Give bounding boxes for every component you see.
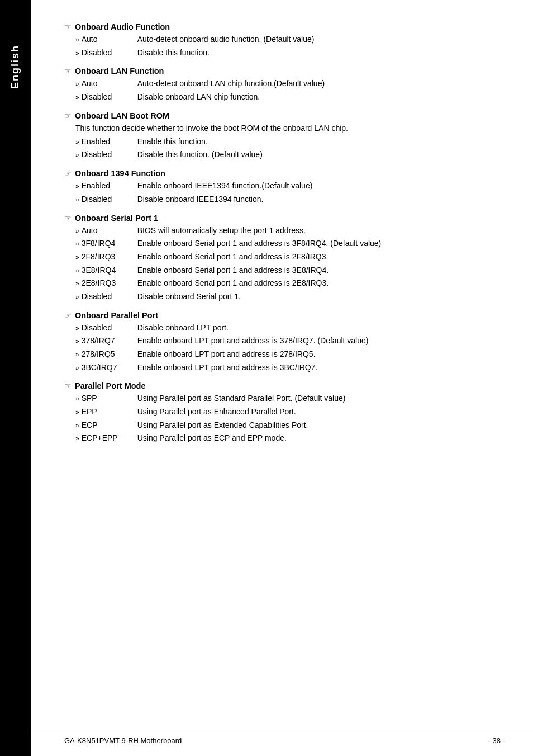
option-row-onboard-parallel-port-0: »DisabledDisable onboard LPT port. — [75, 322, 505, 334]
option-bullet-icon: » — [75, 239, 79, 249]
option-val-onboard-parallel-port-2: Enable onboard LPT port and address is 2… — [137, 348, 316, 361]
option-row-onboard-parallel-port-2: »278/IRQ5Enable onboard LPT port and add… — [75, 348, 505, 361]
option-bullet-icon: » — [75, 349, 79, 360]
option-bullet-icon: » — [75, 48, 79, 59]
option-bullet-icon: » — [75, 278, 79, 289]
footer-left: GA-K8N51PVMT-9-RH Motherboard — [64, 736, 182, 745]
option-row-onboard-lan-function-1: »DisabledDisable onboard LAN chip functi… — [75, 91, 505, 103]
option-val-onboard-serial-port-1-0: BIOS will automatically setup the port 1… — [137, 225, 306, 237]
option-bullet-icon: » — [75, 195, 79, 205]
section-onboard-lan-function: ☞Onboard LAN Function»AutoAuto-detect on… — [64, 67, 505, 103]
option-bullet-icon: » — [75, 323, 79, 334]
option-val-onboard-audio-function-0: Auto-detect onboard audio function. (Def… — [137, 34, 315, 46]
section-cursor-icon: ☞ — [64, 67, 72, 75]
option-key-onboard-serial-port-1-2: 2F8/IRQ3 — [82, 251, 137, 263]
option-key-parallel-port-mode-0: SPP — [82, 393, 137, 405]
option-bullet-icon: » — [75, 420, 79, 431]
option-val-parallel-port-mode-0: Using Parallel port as Standard Parallel… — [137, 393, 346, 405]
option-key-onboard-serial-port-1-0: Auto — [82, 225, 137, 237]
option-row-onboard-lan-function-0: »AutoAuto-detect onboard LAN chip functi… — [75, 78, 505, 90]
section-heading-onboard-lan-boot-rom: ☞Onboard LAN Boot ROM — [64, 111, 505, 120]
option-val-onboard-parallel-port-0: Disable onboard LPT port. — [137, 322, 229, 334]
option-key-onboard-lan-function-0: Auto — [82, 78, 137, 90]
option-row-onboard-parallel-port-1: »378/IRQ7Enable onboard LPT port and add… — [75, 335, 505, 347]
option-val-onboard-parallel-port-1: Enable onboard LPT port and address is 3… — [137, 335, 369, 347]
option-val-onboard-1394-function-1: Disable onboard IEEE1394 function. — [137, 193, 264, 206]
section-title-onboard-lan-function: Onboard LAN Function — [75, 67, 164, 75]
option-bullet-icon: » — [75, 226, 79, 237]
option-row-onboard-parallel-port-3: »3BC/IRQ7Enable onboard LPT port and add… — [75, 362, 505, 374]
sidebar-label: English — [9, 45, 21, 89]
option-val-onboard-serial-port-1-3: Enable onboard Serial port 1 and address… — [137, 264, 329, 277]
option-bullet-icon: » — [75, 150, 79, 160]
option-bullet-icon: » — [75, 394, 79, 404]
option-row-parallel-port-mode-3: »ECP+EPPUsing Parallel port as ECP and E… — [75, 432, 505, 445]
option-bullet-icon: » — [75, 252, 79, 263]
option-row-onboard-audio-function-0: »AutoAuto-detect onboard audio function.… — [75, 34, 505, 46]
option-key-onboard-serial-port-1-5: Disabled — [82, 291, 137, 303]
section-onboard-lan-boot-rom: ☞Onboard LAN Boot ROMThis function decid… — [64, 111, 505, 161]
option-key-onboard-serial-port-1-4: 2E8/IRQ3 — [82, 277, 137, 290]
option-key-onboard-serial-port-1-1: 3F8/IRQ4 — [82, 238, 137, 250]
footer-right: - 38 - — [488, 736, 505, 745]
option-key-onboard-lan-function-1: Disabled — [82, 91, 137, 103]
option-row-onboard-1394-function-1: »DisabledDisable onboard IEEE1394 functi… — [75, 193, 505, 206]
section-onboard-audio-function: ☞Onboard Audio Function»AutoAuto-detect … — [64, 22, 505, 59]
section-heading-onboard-parallel-port: ☞Onboard Parallel Port — [64, 311, 505, 320]
section-title-onboard-lan-boot-rom: Onboard LAN Boot ROM — [75, 111, 169, 120]
section-heading-parallel-port-mode: ☞Parallel Port Mode — [64, 381, 505, 390]
section-heading-onboard-audio-function: ☞Onboard Audio Function — [64, 22, 505, 31]
option-bullet-icon: » — [75, 137, 79, 148]
option-key-onboard-parallel-port-2: 278/IRQ5 — [82, 348, 137, 361]
option-bullet-icon: » — [75, 407, 79, 418]
option-val-onboard-lan-boot-rom-0: Enable this function. — [137, 136, 208, 148]
section-cursor-icon: ☞ — [64, 311, 72, 320]
option-bullet-icon: » — [75, 266, 79, 276]
option-key-parallel-port-mode-3: ECP+EPP — [82, 432, 137, 445]
option-row-onboard-serial-port-1-0: »AutoBIOS will automatically setup the p… — [75, 225, 505, 237]
option-val-onboard-audio-function-1: Disable this function. — [137, 47, 210, 59]
option-key-parallel-port-mode-2: ECP — [82, 419, 137, 432]
section-onboard-1394-function: ☞Onboard 1394 Function»EnabledEnable onb… — [64, 169, 505, 205]
option-key-onboard-1394-function-1: Disabled — [82, 193, 137, 206]
option-bullet-icon: » — [75, 35, 79, 45]
option-row-onboard-1394-function-0: »EnabledEnable onboard IEEE1394 function… — [75, 180, 505, 192]
option-bullet-icon: » — [75, 79, 79, 89]
option-row-onboard-serial-port-1-3: »3E8/IRQ4Enable onboard Serial port 1 an… — [75, 264, 505, 277]
option-val-onboard-lan-function-0: Auto-detect onboard LAN chip function.(D… — [137, 78, 325, 90]
option-row-parallel-port-mode-1: »EPPUsing Parallel port as Enhanced Para… — [75, 406, 505, 418]
option-row-onboard-serial-port-1-5: »DisabledDisable onboard Serial port 1. — [75, 291, 505, 303]
option-bullet-icon: » — [75, 363, 79, 374]
sidebar: English — [0, 0, 31, 756]
option-key-onboard-lan-boot-rom-0: Enabled — [82, 136, 137, 148]
section-cursor-icon: ☞ — [64, 111, 72, 120]
option-val-onboard-serial-port-1-4: Enable onboard Serial port 1 and address… — [137, 277, 329, 290]
option-val-onboard-serial-port-1-1: Enable onboard Serial port 1 and address… — [137, 238, 382, 250]
option-val-parallel-port-mode-1: Using Parallel port as Enhanced Parallel… — [137, 406, 296, 418]
footer: GA-K8N51PVMT-9-RH Motherboard - 38 - — [31, 733, 533, 745]
option-bullet-icon: » — [75, 433, 79, 444]
section-cursor-icon: ☞ — [64, 381, 72, 390]
section-heading-onboard-lan-function: ☞Onboard LAN Function — [64, 67, 505, 75]
option-key-onboard-parallel-port-3: 3BC/IRQ7 — [82, 362, 137, 374]
section-onboard-serial-port-1: ☞Onboard Serial Port 1»AutoBIOS will aut… — [64, 214, 505, 303]
option-row-onboard-lan-boot-rom-1: »DisabledDisable this function. (Default… — [75, 149, 505, 161]
section-cursor-icon: ☞ — [64, 22, 72, 31]
option-bullet-icon: » — [75, 292, 79, 303]
option-val-onboard-serial-port-1-5: Disable onboard Serial port 1. — [137, 291, 241, 303]
section-cursor-icon: ☞ — [64, 214, 72, 223]
option-row-onboard-serial-port-1-4: »2E8/IRQ3Enable onboard Serial port 1 an… — [75, 277, 505, 290]
option-key-onboard-parallel-port-0: Disabled — [82, 322, 137, 334]
option-bullet-icon: » — [75, 181, 79, 192]
option-key-onboard-serial-port-1-3: 3E8/IRQ4 — [82, 264, 137, 277]
option-val-parallel-port-mode-2: Using Parallel port as Extended Capabili… — [137, 419, 308, 432]
section-title-onboard-audio-function: Onboard Audio Function — [75, 22, 170, 31]
main-content: ☞Onboard Audio Function»AutoAuto-detect … — [31, 0, 533, 486]
section-title-onboard-1394-function: Onboard 1394 Function — [75, 169, 165, 178]
section-desc-onboard-lan-boot-rom: This function decide whether to invoke t… — [75, 122, 505, 134]
option-bullet-icon: » — [75, 336, 79, 347]
option-row-onboard-audio-function-1: »DisabledDisable this function. — [75, 47, 505, 59]
option-val-onboard-serial-port-1-2: Enable onboard Serial port 1 and address… — [137, 251, 329, 263]
option-key-onboard-parallel-port-1: 378/IRQ7 — [82, 335, 137, 347]
section-heading-onboard-1394-function: ☞Onboard 1394 Function — [64, 169, 505, 178]
